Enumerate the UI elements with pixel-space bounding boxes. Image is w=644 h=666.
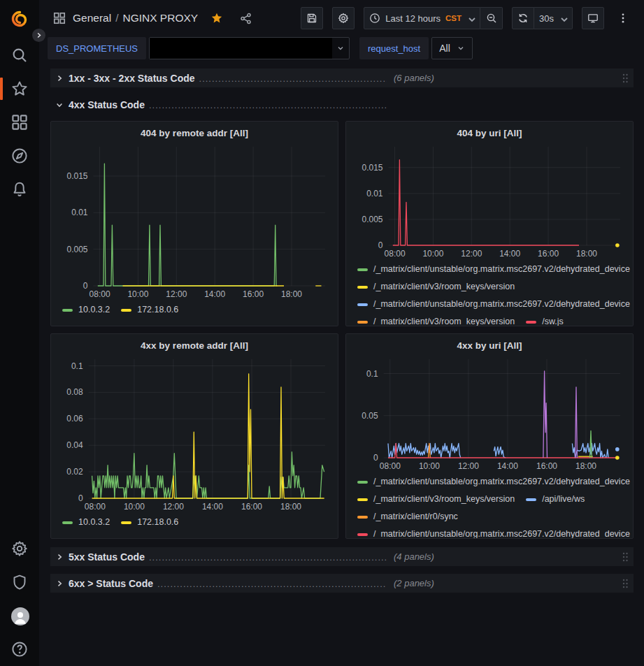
- svg-text:12:00: 12:00: [163, 502, 184, 512]
- panel-legend: /_matrix/client/unstable/org.matrix.msc2…: [353, 261, 626, 326]
- svg-text:0: 0: [378, 240, 383, 250]
- breadcrumb-section[interactable]: General: [73, 12, 111, 24]
- row-1xx-3xx-2xx[interactable]: 1xx - 3xx - 2xx Status Code ............…: [50, 68, 634, 87]
- legend-item[interactable]: 172.18.0.6: [121, 514, 178, 531]
- svg-text:14:00: 14:00: [499, 249, 520, 259]
- breadcrumb[interactable]: General/NGINX PROXY: [73, 12, 198, 24]
- row-5xx[interactable]: 5xx Status Code ........................…: [50, 547, 634, 566]
- row-panel-count: (4 panels): [394, 551, 434, 562]
- dashboard-settings-button[interactable]: [332, 7, 355, 29]
- sidebar-expand-button[interactable]: [32, 29, 45, 42]
- request-host-variable-select[interactable]: All: [431, 37, 473, 59]
- panel-legend: 10.0.3.2172.18.0.6: [58, 514, 331, 531]
- active-indicator: [0, 78, 3, 100]
- request-host-variable-label[interactable]: request_host: [359, 37, 429, 59]
- panel-legend: /_matrix/client/unstable/org.matrix.msc2…: [353, 473, 626, 539]
- legend-item[interactable]: /sw.js: [526, 313, 564, 326]
- zoom-out-button[interactable]: [480, 7, 503, 29]
- favorite-star-icon[interactable]: [210, 12, 223, 24]
- svg-text:0.1: 0.1: [71, 361, 83, 371]
- row-drag-handle[interactable]: [622, 578, 629, 589]
- legend-item[interactable]: /_matrix/client/r0/sync: [357, 508, 458, 526]
- save-dashboard-button[interactable]: [301, 7, 323, 29]
- svg-text:18:00: 18:00: [281, 289, 302, 299]
- alerting-icon[interactable]: [11, 181, 28, 198]
- search-icon[interactable]: [11, 47, 28, 64]
- refresh-interval-dropdown[interactable]: 30s: [534, 7, 573, 29]
- svg-text:10:00: 10:00: [422, 249, 443, 259]
- dashboards-icon[interactable]: [11, 114, 28, 131]
- chart-panel-4xx-by-uri[interactable]: 4xx by uri [All] 00.050.108:0010:0012:00…: [345, 333, 634, 539]
- legend-item[interactable]: 172.18.0.6: [121, 301, 178, 319]
- panel-title[interactable]: 4xx by uri [All]: [353, 338, 626, 354]
- legend-item[interactable]: /_matrix/client/unstable/org.matrix.msc2…: [357, 526, 630, 539]
- datasource-variable-select[interactable]: [149, 37, 350, 59]
- share-icon[interactable]: [240, 13, 252, 24]
- legend-item[interactable]: /_matrix/client/unstable/org.matrix.msc2…: [357, 473, 630, 491]
- top-navbar: General/NGINX PROXY Last 12 hours CST: [39, 0, 644, 36]
- svg-text:12:00: 12:00: [461, 249, 482, 259]
- svg-text:0.08: 0.08: [66, 387, 83, 397]
- svg-text:0.1: 0.1: [366, 369, 378, 379]
- time-series-chart: 00.0050.010.01508:0010:0012:0014:0016:00…: [58, 142, 331, 300]
- row-title: 4xx Status Code: [69, 99, 145, 110]
- chevron-down-icon: [336, 44, 345, 52]
- time-range-picker[interactable]: Last 12 hours CST: [364, 7, 480, 29]
- starred-icon[interactable]: [11, 80, 28, 97]
- svg-text:10:00: 10:00: [124, 502, 145, 512]
- svg-text:16:00: 16:00: [241, 502, 262, 512]
- svg-text:14:00: 14:00: [202, 502, 223, 512]
- avatar[interactable]: [11, 607, 28, 624]
- legend-item[interactable]: /_matrix/client/unstable/org.matrix.msc2…: [357, 261, 630, 278]
- chevron-down-icon: [466, 14, 475, 22]
- legend-item[interactable]: /_matrix/client/unstable/org.matrix.msc2…: [357, 296, 630, 313]
- legend-item[interactable]: 10.0.3.2: [62, 301, 110, 319]
- svg-text:0.005: 0.005: [66, 245, 87, 254]
- panel-title[interactable]: 404 by uri [All]: [353, 125, 626, 142]
- row-drag-handle[interactable]: [622, 73, 629, 84]
- row-6xx[interactable]: 6xx > Status Code ......................…: [50, 574, 634, 593]
- sidebar: [0, 0, 39, 666]
- svg-text:18:00: 18:00: [280, 502, 301, 512]
- legend-item[interactable]: 10.0.3.2: [62, 514, 110, 531]
- svg-text:0: 0: [83, 281, 88, 291]
- chevron-right-icon: [55, 553, 64, 561]
- row-4xx[interactable]: 4xx Status Code ........................…: [50, 95, 634, 114]
- row-dots-leader: ........................................…: [199, 73, 387, 84]
- chevron-down-icon: [457, 44, 465, 52]
- svg-text:16:00: 16:00: [536, 461, 557, 471]
- tv-mode-button[interactable]: [582, 7, 604, 29]
- svg-text:14:00: 14:00: [204, 289, 225, 299]
- dashboard-variables-row: DS_PROMETHEUS request_host All: [39, 36, 644, 63]
- svg-text:18:00: 18:00: [576, 249, 597, 259]
- svg-text:08:00: 08:00: [85, 502, 106, 512]
- legend-item[interactable]: /api/live/ws: [526, 491, 585, 508]
- chart-panel-404-by-remote-addr[interactable]: 404 by remote addr [All] 00.0050.010.015…: [50, 121, 338, 326]
- svg-text:12:00: 12:00: [166, 289, 187, 299]
- admin-shield-icon[interactable]: [11, 574, 28, 591]
- panel-title[interactable]: 4xx by remote addr [All]: [58, 338, 331, 354]
- legend-item[interactable]: /_matrix/client/v3/room_keys/version: [357, 491, 515, 508]
- chart-panel-404-by-uri[interactable]: 404 by uri [All] 00.0050.010.01508:0010:…: [345, 121, 634, 326]
- explore-icon[interactable]: [11, 147, 28, 164]
- chevron-right-icon: [55, 579, 64, 588]
- datasource-variable-label[interactable]: DS_PROMETHEUS: [48, 37, 146, 59]
- kebab-menu-button[interactable]: [613, 7, 633, 29]
- chevron-down-icon: [559, 14, 567, 22]
- settings-icon[interactable]: [11, 540, 28, 557]
- help-icon[interactable]: [11, 641, 28, 658]
- dashboard-panels-area: 1xx - 3xx - 2xx Status Code ............…: [39, 63, 644, 593]
- grafana-logo-icon[interactable]: [10, 10, 29, 29]
- panel-title[interactable]: 404 by remote addr [All]: [58, 125, 331, 142]
- legend-item[interactable]: /_matrix/client/v3/room_keys/version: [357, 278, 515, 296]
- panel-legend: 10.0.3.2172.18.0.6: [58, 301, 331, 319]
- breadcrumb-separator: /: [115, 12, 118, 24]
- row-dots-leader: ........................................…: [149, 100, 387, 110]
- refresh-button[interactable]: [512, 7, 534, 29]
- svg-text:12:00: 12:00: [458, 461, 479, 471]
- chart-panel-4xx-by-remote-addr[interactable]: 4xx by remote addr [All] 00.020.040.060.…: [50, 333, 338, 539]
- row-drag-handle[interactable]: [622, 551, 629, 563]
- legend-item[interactable]: /_matrix/client/v3/room_keys/version: [357, 313, 515, 326]
- svg-text:0.015: 0.015: [362, 163, 382, 173]
- breadcrumb-title[interactable]: NGINX PROXY: [122, 12, 198, 24]
